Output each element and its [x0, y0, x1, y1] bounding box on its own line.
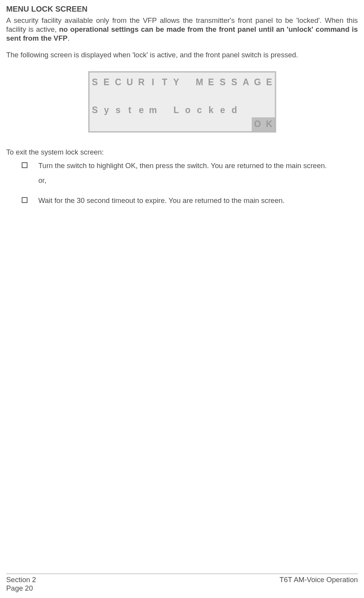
lcd-cell: E: [205, 76, 217, 89]
lcd-cell: e: [136, 103, 147, 117]
lcd-cell: I: [147, 76, 159, 89]
lcd-cell: [263, 89, 275, 103]
lcd-cell: E: [263, 76, 275, 89]
lcd-cell: [252, 89, 263, 103]
lcd-cell: S: [89, 76, 101, 89]
lcd-cell: [252, 103, 263, 117]
lcd-cell: [194, 117, 205, 131]
lcd-cell: [217, 89, 228, 103]
lcd-cell: [124, 117, 136, 131]
lcd-cell: A: [240, 76, 252, 89]
lcd-cell: t: [124, 103, 136, 117]
lcd-cell: [159, 103, 170, 117]
lcd-cell: [124, 89, 136, 103]
footer-section: Section 2: [6, 576, 36, 584]
lcd-cell: [263, 103, 275, 117]
lcd-screen: SECURITYMESSAGESystemLockedOK: [88, 71, 276, 132]
document-page: MENU LOCK SCREEN A security facility ava…: [0, 0, 364, 598]
list-item-text: Turn the switch to highlight OK, then pr…: [38, 161, 358, 191]
lcd-cell: [182, 117, 194, 131]
lcd-cell: o: [182, 103, 194, 117]
lcd-cell: [89, 89, 101, 103]
lcd-cell: y: [101, 103, 112, 117]
lcd-cell: [147, 117, 159, 131]
list-item: Wait for the 30 second timeout to expire…: [6, 196, 358, 205]
intro-text-c: .: [67, 34, 69, 42]
footer-left: Section 2 Page 20: [6, 576, 36, 593]
lcd-cell: C: [112, 76, 124, 89]
lcd-cell: S: [217, 76, 228, 89]
list-item: Turn the switch to highlight OK, then pr…: [6, 161, 358, 191]
footer-rule: [6, 574, 358, 574]
lcd-cell: [101, 117, 112, 131]
lcd-cell: [159, 117, 170, 131]
lcd-cell: [194, 89, 205, 103]
lcd-cell: [182, 76, 194, 89]
lcd-cell: [112, 89, 124, 103]
lcd-cell: c: [194, 103, 205, 117]
paragraph-description: The following screen is displayed when '…: [6, 50, 358, 59]
lcd-cell: [228, 89, 240, 103]
lcd-cell: [182, 89, 194, 103]
lcd-cell: R: [136, 76, 147, 89]
lcd-cell: K: [263, 117, 275, 131]
lcd-cell: m: [147, 103, 159, 117]
lcd-cell: M: [194, 76, 205, 89]
lcd-cell: E: [101, 76, 112, 89]
lcd-cell: [147, 89, 159, 103]
item-step-2: Wait for the 30 second timeout to expire…: [38, 196, 358, 205]
lcd-cell: [136, 89, 147, 103]
lcd-cell: s: [112, 103, 124, 117]
lcd-cell: [112, 117, 124, 131]
lcd-cell: [136, 117, 147, 131]
lcd-cell: U: [124, 76, 136, 89]
footer-row: Section 2 Page 20 T6T AM-Voice Operation: [6, 576, 358, 593]
lcd-cell: [240, 103, 252, 117]
lcd-cell: G: [252, 76, 263, 89]
lcd-cell: [170, 117, 182, 131]
lcd-cell: [240, 89, 252, 103]
checkbox-icon: [22, 197, 27, 203]
lcd-cell: e: [217, 103, 228, 117]
lcd-cell: S: [89, 103, 101, 117]
lcd-cell: Y: [170, 76, 182, 89]
page-footer: Section 2 Page 20 T6T AM-Voice Operation: [6, 574, 358, 593]
lcd-cell: L: [170, 103, 182, 117]
instructions-intro: To exit the system lock screen:: [6, 148, 358, 156]
intro-text-bold: no operational settings can be made from…: [6, 25, 358, 42]
lcd-frame: SECURITYMESSAGESystemLockedOK: [88, 71, 276, 132]
lcd-cell: [170, 89, 182, 103]
lcd-cell: T: [159, 76, 170, 89]
lcd-grid: SECURITYMESSAGESystemLockedOK: [89, 76, 275, 131]
lcd-cell: [228, 117, 240, 131]
lcd-cell: [101, 89, 112, 103]
item-step-1: Turn the switch to highlight OK, then pr…: [38, 161, 358, 170]
lcd-cell: [89, 117, 101, 131]
lcd-cell: S: [228, 76, 240, 89]
or-label: or,: [38, 176, 358, 185]
lcd-cell: [205, 117, 217, 131]
lcd-cell: [205, 89, 217, 103]
footer-page: Page 20: [6, 584, 36, 593]
lcd-cell: [240, 117, 252, 131]
section-heading: MENU LOCK SCREEN: [6, 5, 358, 14]
paragraph-intro: A security facility available only from …: [6, 16, 358, 43]
lcd-cell: [217, 117, 228, 131]
lcd-cell: O: [252, 117, 263, 131]
footer-right: T6T AM-Voice Operation: [280, 576, 358, 593]
lcd-cell: k: [205, 103, 217, 117]
checkbox-icon: [22, 162, 27, 168]
lcd-cell: d: [228, 103, 240, 117]
lcd-cell: [159, 89, 170, 103]
